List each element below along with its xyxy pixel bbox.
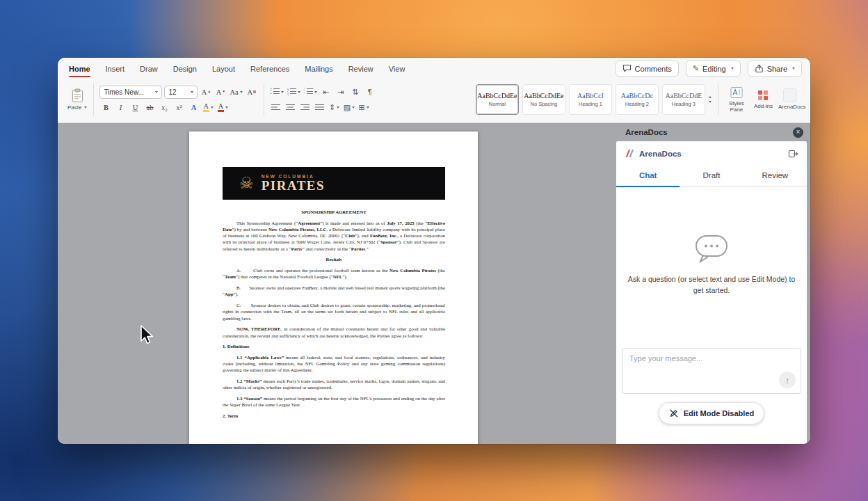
align-center-button[interactable] [284,102,297,113]
decrease-indent-button[interactable]: ⇤ [320,86,332,98]
chevron-down-icon [225,106,228,109]
doc-paragraph: 1.2 “Marks” means each Party’s trade nam… [223,378,445,390]
font-name-value: Times New... [104,88,143,96]
sort-button[interactable]: ⇅ [349,86,362,98]
underline-button[interactable]: U [129,102,141,113]
multilevel-list-button[interactable] [303,86,318,98]
panel-tab-review[interactable]: Review [744,164,807,186]
align-right-button[interactable] [299,102,312,113]
send-button[interactable]: ↑ [779,372,796,388]
document-area[interactable]: ☠ NEW COLUMBIA PIRATES SPONSORSHIP AGREE… [58,123,612,444]
chat-empty-state: Ask a question (or select text and use E… [616,233,807,296]
italic-button[interactable]: I [114,102,127,113]
style-card-no-spacing[interactable]: AaBbCcDdEeNo Spacing [522,84,565,115]
doc-paragraph: 2. Term [223,413,445,419]
ribbon-tab-design[interactable]: Design [173,59,197,78]
subscript-button[interactable]: x₂ [158,102,170,113]
style-name: Normal [489,101,506,107]
bullet-list-icon [271,88,280,95]
arenadocs-ribbon-button[interactable]: ArenaDocs [775,88,805,111]
clear-formatting-button[interactable]: A [246,86,258,98]
line-spacing-button[interactable]: ⇕ [328,102,341,113]
close-icon: × [796,129,801,136]
styles-pane-label: Styles Pane [725,100,748,113]
font-color-button[interactable]: A [216,102,229,113]
group-divider [93,84,94,116]
style-name: Heading 3 [672,101,696,107]
align-center-icon [286,104,295,111]
share-icon [755,64,764,73]
doc-paragraph: 1.3 “Season” means the period beginning … [223,395,445,408]
borders-button[interactable]: ⊞ [357,102,370,113]
style-preview: AaBbCcI [577,93,604,100]
doc-paragraph: NOW, THEREFORE, in consideration of the … [223,326,445,338]
word-window: HomeInsertDrawDesignLayoutReferencesMail… [58,58,810,444]
comments-button[interactable]: Comments [616,61,679,77]
bullet-list-button[interactable] [270,86,284,98]
ribbon-tab-layout[interactable]: Layout [212,59,235,78]
ribbon-tab-list: HomeInsertDrawDesignLayoutReferencesMail… [69,59,420,78]
arenadocs-task-pane: ArenaDocs × ArenaDocs [612,123,810,444]
editing-mode-dropdown[interactable]: ✎ Editing [686,61,741,77]
paste-button[interactable]: Paste [65,88,90,111]
empty-state-text: Ask a question (or select text and use E… [627,273,796,296]
share-button[interactable]: Share [748,61,802,77]
numbered-list-button[interactable] [287,86,301,98]
increase-indent-button[interactable]: ⇥ [335,86,347,98]
add-ins-button[interactable]: Add-ins [751,88,775,110]
strikethrough-button[interactable]: ab [143,102,156,113]
ribbon-tab-strip: HomeInsertDrawDesignLayoutReferencesMail… [58,58,810,78]
comment-icon [622,64,632,73]
panel-tab-draft[interactable]: Draft [680,164,743,186]
arenadocs-ribbon-label: ArenaDocs [778,104,802,110]
change-case-button[interactable]: Aa [229,86,243,98]
ribbon-tab-mailings[interactable]: Mailings [305,59,332,78]
edit-mode-toggle[interactable]: Edit Mode Disabled [659,402,764,424]
align-left-button[interactable] [270,102,282,113]
share-label: Share [767,65,787,73]
justify-button[interactable] [314,102,326,113]
style-card-heading-2[interactable]: AaBbCcDcHeading 2 [616,84,659,115]
ribbon-tab-insert[interactable]: Insert [106,59,125,78]
document-page[interactable]: ☠ NEW COLUMBIA PIRATES SPONSORSHIP AGREE… [189,132,478,444]
style-name: Heading 1 [579,101,602,107]
ribbon-tab-draw[interactable]: Draw [140,59,158,78]
chevron-down-icon [298,91,300,93]
gallery-scroll[interactable] [709,96,712,103]
document-paragraphs: SPONSORSHIP AGREEMENTThis Sponsorship Ag… [223,209,445,419]
pencil-icon: ✎ [693,64,699,73]
shading-button[interactable]: ▨ [343,102,355,113]
shrink-font-button[interactable]: A▼ [214,86,227,98]
arenadocs-brand-row: ArenaDocs [616,141,807,164]
font-name-select[interactable]: Times New... [99,86,162,99]
style-card-heading-1[interactable]: AaBbCcIHeading 1 [569,84,612,115]
chevron-down-icon [155,91,158,93]
ribbon-tab-references[interactable]: References [250,59,289,78]
open-in-pane-button[interactable] [788,149,798,159]
panel-tab-chat[interactable]: Chat [616,164,680,186]
pane-exit-icon [788,149,798,159]
ribbon-tab-home[interactable]: Home [69,59,90,78]
style-card-normal[interactable]: AaBbCcDdEeNormal [476,84,519,115]
ribbon-tab-review[interactable]: Review [348,59,373,78]
highlight-color-button[interactable]: A [202,102,214,113]
numbered-list-icon [287,88,296,95]
bold-button[interactable]: B [99,102,112,113]
gallery-down-icon [709,101,712,103]
chevron-down-icon [191,91,193,93]
close-pane-button[interactable]: × [793,127,803,138]
text-effects-button[interactable]: A [187,102,200,113]
paragraph-mark-button[interactable]: ¶ [364,86,376,98]
styles-pane-button[interactable]: Styles Pane [722,86,751,113]
font-size-select[interactable]: 12 [164,86,198,99]
style-card-heading-3[interactable]: AaBbCcDdEHeading 3 [662,84,705,115]
superscript-button[interactable]: x² [172,102,185,113]
style-card-list: AaBbCcDdEeNormalAaBbCcDdEeNo SpacingAaBb… [476,84,705,115]
grow-font-button[interactable]: A▲ [200,86,212,98]
doc-paragraph: SPONSORSHIP AGREEMENT [223,209,445,215]
edit-mode-label: Edit Mode Disabled [684,409,754,418]
chat-message-input[interactable]: Type your message... ↑ [622,348,801,394]
arenadocs-brand-name: ArenaDocs [639,150,682,158]
ribbon-tab-view[interactable]: View [389,59,405,78]
clipboard-icon [71,88,84,103]
